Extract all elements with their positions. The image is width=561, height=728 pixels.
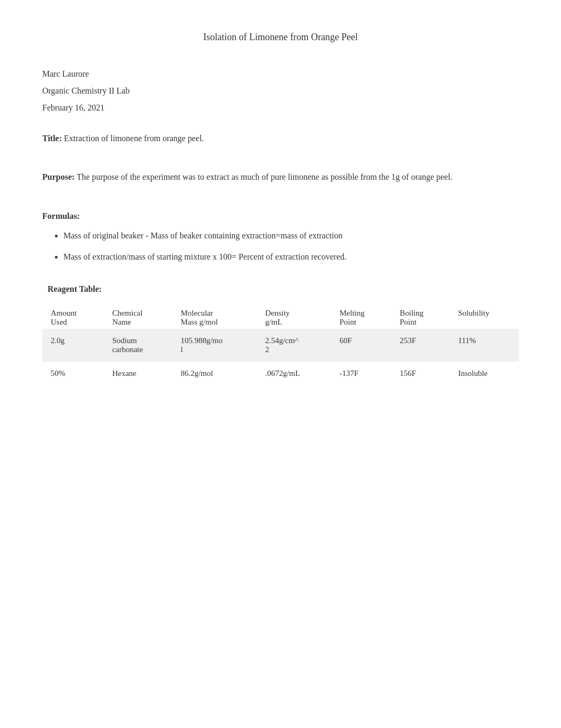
table-row: 50% Hexane 86.2g/mol .0672g/mL -137F 156… [42,362,519,385]
author-section: Marc Laurore Organic Chemistry II Lab Fe… [42,69,519,113]
col-header-chemical: Chemical Name [104,302,172,329]
cell-chemical-2: Hexane [104,362,172,385]
col-header-molecular: Molecular Mass g/mol [172,302,257,329]
cell-density-1: 2.54g/cm^ 2 [257,329,331,362]
cell-amount-2: 50% [42,362,104,385]
col-header-solubility: Solubility [450,302,519,329]
cell-mol-1: 105.988g/mo l [172,329,257,362]
cell-solubility-1: 111% [450,329,519,362]
formula-item-2: Mass of extraction/mass of starting mixt… [63,251,519,263]
cell-mol-2: 86.2g/mol [172,362,257,385]
cell-density-2: .0672g/mL [257,362,331,385]
page-title: Isolation of Limonene from Orange Peel [42,32,519,43]
purpose-paragraph: Purpose: The purpose of the experiment w… [42,170,519,185]
author-course: Organic Chemistry II Lab [42,86,519,96]
formula-item-1: Mass of original beaker - Mass of beaker… [63,229,519,242]
title-section: Title: Extraction of limonene from orang… [42,134,519,143]
cell-melting-1: 60F [331,329,391,362]
purpose-label: Purpose: [42,172,74,181]
col-header-melting: Melting Point [331,302,391,329]
cell-amount-1: 2.0g [42,329,104,362]
author-name: Marc Laurore [42,69,519,79]
cell-boiling-2: 156F [391,362,450,385]
table-header-row: Amount Used Chemical Name Molecular Mass… [42,302,519,329]
formulas-list: Mass of original beaker - Mass of beaker… [42,229,519,263]
reagent-section: Reagent Table: Amount Used Chemical Name… [42,284,519,385]
author-date: February 16, 2021 [42,103,519,113]
reagent-table: Amount Used Chemical Name Molecular Mass… [42,302,519,385]
formulas-section: Formulas: Mass of original beaker - Mass… [42,211,519,263]
reagent-title: Reagent Table: [42,284,519,294]
col-header-amount: Amount Used [42,302,104,329]
cell-solubility-2: Insoluble [450,362,519,385]
purpose-content: The purpose of the experiment was to ext… [77,172,452,181]
purpose-section: Purpose: The purpose of the experiment w… [42,170,519,185]
cell-melting-2: -137F [331,362,391,385]
col-header-density: Density g/mL [257,302,331,329]
col-header-boiling: Boiling Point [391,302,450,329]
title-paragraph: Title: Extraction of limonene from orang… [42,134,519,143]
title-content: Extraction of limonene from orange peel. [64,134,204,143]
formulas-title: Formulas: [42,211,519,221]
table-row: 2.0g Sodium carbonate 105.988g/mo l 2.54… [42,329,519,362]
cell-boiling-1: 253F [391,329,450,362]
title-label: Title: [42,134,62,143]
cell-chemical-1: Sodium carbonate [104,329,172,362]
page-header: Isolation of Limonene from Orange Peel [42,32,519,43]
